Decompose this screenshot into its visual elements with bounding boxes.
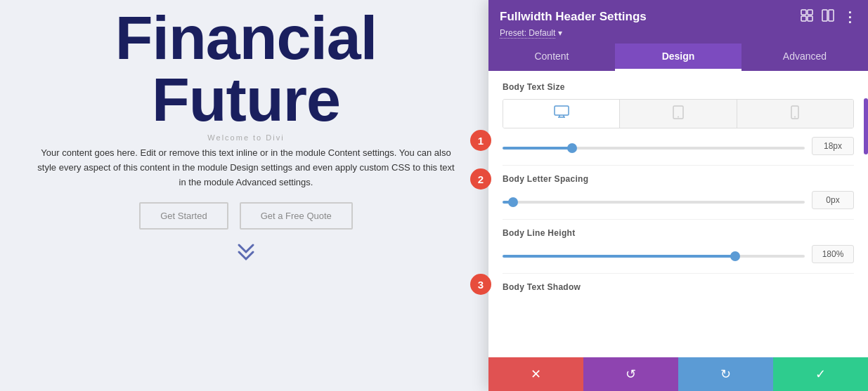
title-line2: Future bbox=[152, 65, 340, 134]
panel-body: Body Text Size bbox=[488, 71, 868, 357]
device-tablet-btn[interactable] bbox=[620, 100, 737, 128]
step-badge-1: 1 bbox=[470, 130, 491, 151]
device-mobile-btn[interactable] bbox=[737, 100, 853, 128]
get-quote-button[interactable]: Get a Free Quote bbox=[240, 202, 353, 230]
panel-header-icons: ⋮ bbox=[801, 8, 857, 25]
divider-3 bbox=[503, 273, 854, 274]
line-height-slider-container bbox=[503, 248, 805, 260]
text-size-slider-row: 18px bbox=[503, 137, 854, 155]
preset-selector[interactable]: Preset: Default ▾ bbox=[500, 28, 857, 38]
body-text-size-label: Body Text Size bbox=[503, 82, 854, 92]
scroll-chevron bbox=[235, 242, 257, 265]
divider-1 bbox=[503, 165, 854, 166]
line-height-value[interactable]: 180% bbox=[812, 245, 854, 263]
body-line-height-section: Body Line Height 180% bbox=[503, 228, 854, 263]
svg-rect-1 bbox=[808, 10, 812, 15]
svg-point-13 bbox=[794, 117, 796, 118]
settings-panel: Fullwidth Header Settings ⋮ bbox=[488, 0, 868, 391]
svg-rect-5 bbox=[829, 10, 834, 21]
svg-point-11 bbox=[678, 117, 679, 118]
step-badge-3: 3 bbox=[470, 274, 491, 295]
device-desktop-btn[interactable] bbox=[503, 100, 620, 128]
preview-area: Financial Future Welcome to Divi Your co… bbox=[0, 0, 492, 391]
body-letter-spacing-label: Body Letter Spacing bbox=[503, 174, 854, 184]
body-text: Your content goes here. Edit or remove t… bbox=[35, 146, 457, 190]
panel-header-top: Fullwidth Header Settings ⋮ bbox=[500, 8, 857, 25]
svg-rect-0 bbox=[801, 10, 806, 15]
line-height-slider[interactable] bbox=[503, 255, 805, 258]
letter-spacing-slider[interactable] bbox=[503, 201, 805, 204]
get-started-button[interactable]: Get Started bbox=[139, 202, 228, 230]
svg-rect-2 bbox=[801, 16, 806, 21]
undo-button[interactable]: ↺ bbox=[583, 357, 678, 391]
panel-header: Fullwidth Header Settings ⋮ bbox=[488, 0, 868, 44]
more-options-icon[interactable]: ⋮ bbox=[843, 8, 857, 25]
body-line-height-label: Body Line Height bbox=[503, 228, 854, 238]
body-letter-spacing-section: Body Letter Spacing 0px bbox=[503, 174, 854, 209]
panel-title: Fullwidth Header Settings bbox=[500, 10, 647, 24]
text-size-value[interactable]: 18px bbox=[812, 137, 854, 155]
text-size-slider-container bbox=[503, 140, 805, 152]
svg-rect-6 bbox=[555, 106, 569, 115]
letter-spacing-slider-row: 0px bbox=[503, 191, 854, 209]
welcome-text: Welcome to Divi bbox=[207, 133, 284, 142]
panel-tabs: Content Design Advanced bbox=[488, 44, 868, 71]
expand-icon[interactable] bbox=[801, 9, 813, 25]
scroll-indicator bbox=[864, 98, 868, 154]
svg-rect-4 bbox=[822, 10, 827, 21]
step-badge-2: 2 bbox=[470, 168, 491, 190]
svg-rect-3 bbox=[808, 16, 812, 21]
redo-button[interactable]: ↻ bbox=[678, 357, 773, 391]
cancel-button[interactable]: ✕ bbox=[488, 357, 583, 391]
body-text-shadow-section: Body Text Shadow bbox=[503, 282, 854, 292]
tab-content[interactable]: Content bbox=[488, 44, 615, 71]
body-text-size-section: Body Text Size bbox=[503, 82, 854, 155]
line-height-slider-row: 180% bbox=[503, 245, 854, 263]
letter-spacing-value[interactable]: 0px bbox=[812, 191, 854, 209]
tab-design[interactable]: Design bbox=[615, 44, 741, 71]
divider-2 bbox=[503, 219, 854, 220]
text-size-slider[interactable] bbox=[503, 147, 805, 150]
buttons-row: Get Started Get a Free Quote bbox=[139, 202, 353, 230]
body-text-shadow-label: Body Text Shadow bbox=[503, 282, 854, 292]
columns-icon[interactable] bbox=[822, 9, 834, 25]
save-button[interactable]: ✓ bbox=[773, 357, 868, 391]
tab-advanced[interactable]: Advanced bbox=[741, 44, 868, 71]
panel-footer: ✕ ↺ ↻ ✓ bbox=[488, 357, 868, 391]
letter-spacing-slider-container bbox=[503, 194, 805, 206]
device-selector bbox=[503, 99, 854, 128]
title-line1: Financial bbox=[115, 3, 377, 72]
hero-title: Financial Future bbox=[115, 7, 377, 131]
